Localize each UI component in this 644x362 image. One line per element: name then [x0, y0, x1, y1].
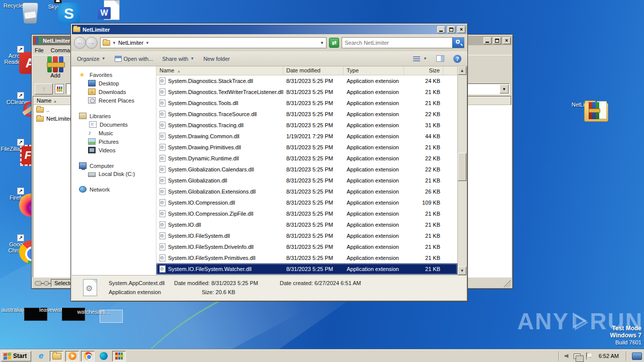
explorer-titlebar[interactable]: NetLimiter ×	[72, 25, 466, 34]
address-breadcrumb[interactable]: NetLimiter	[118, 40, 143, 46]
file-row[interactable]: System.IO.FileSystem.Watcher.dll8/31/202…	[156, 263, 457, 275]
sidebar-item-label: Pictures	[99, 139, 119, 145]
file-name: System.IO.Compression.ZipFile.dll	[168, 211, 253, 217]
file-row[interactable]: System.Diagnostics.Tracing.dll8/31/2023 …	[156, 120, 457, 131]
sidebar-item-favorites[interactable]: ★Favorites	[72, 70, 156, 79]
sort-ascending-icon: ▲	[177, 69, 181, 73]
show-desktop-button[interactable]	[632, 352, 642, 360]
search-box[interactable]	[342, 37, 464, 48]
taskbar-explorer-button[interactable]	[50, 351, 63, 361]
resize-grip[interactable]	[504, 280, 511, 287]
scroll-up-icon[interactable]: ▲	[458, 66, 466, 75]
winrar-minimize-button[interactable]	[484, 37, 492, 44]
back-button[interactable]: ←	[74, 37, 86, 49]
search-button[interactable]	[452, 38, 464, 48]
file-name: System.Drawing.Primitives.dll	[168, 144, 241, 150]
sidebar-item-music[interactable]: ♪Music	[72, 129, 156, 137]
folder-icon	[36, 116, 44, 122]
file-type: Application extension	[344, 189, 404, 195]
sidebar-item-documents[interactable]: Documents	[72, 120, 156, 129]
column-header-name[interactable]: Name ▲	[156, 66, 283, 75]
desktop-icon-image3[interactable]: watchesarti...	[75, 308, 112, 315]
file-row[interactable]: System.IO.FileSystem.Primitives.dll8/31/…	[156, 252, 457, 263]
start-button[interactable]: Start	[1, 351, 31, 361]
taskbar-media-player-button[interactable]	[65, 351, 79, 361]
file-row[interactable]: System.Diagnostics.TextWriterTraceListen…	[156, 86, 457, 98]
winrar-close-button[interactable]: ×	[503, 37, 511, 44]
taskbar-ie-button[interactable]: e	[34, 351, 48, 361]
file-row[interactable]: System.IO.FileSystem.dll8/31/2023 5:25 P…	[156, 230, 457, 241]
file-row[interactable]: System.Drawing.Primitives.dll8/31/2023 5…	[156, 142, 457, 153]
organize-button[interactable]: Organize ▼	[77, 56, 106, 62]
file-row[interactable]: System.Diagnostics.StackTrace.dll8/31/20…	[156, 75, 457, 86]
file-row[interactable]: System.Dynamic.Runtime.dll8/31/2023 5:25…	[156, 153, 457, 164]
winrar-add-button[interactable]: Add	[44, 56, 67, 81]
menu-file[interactable]: File	[35, 47, 44, 54]
open-with-button[interactable]: Open with...	[115, 56, 153, 62]
share-with-button[interactable]: Share with ▼	[162, 56, 194, 62]
refresh-button[interactable]: ⇄	[329, 38, 339, 48]
sidebar-item-computer[interactable]: Computer	[72, 161, 156, 170]
change-view-button[interactable]: ▼	[412, 55, 427, 62]
desktop-icon-skype[interactable]: S Skype	[38, 3, 74, 10]
winrar-up-button[interactable]: ↑	[35, 83, 53, 95]
address-history-dropdown-icon[interactable]: ▼	[320, 41, 324, 45]
combo-dropdown-icon[interactable]: ▼	[500, 84, 509, 94]
search-input[interactable]	[342, 40, 452, 46]
sidebar-item-recent-places[interactable]: Recent Places	[72, 96, 156, 105]
explorer-window: NetLimiter × ← → ▼ NetLimiter ▼ ▼ ⇄	[70, 23, 468, 302]
explorer-minimize-button[interactable]	[437, 26, 445, 33]
sidebar-item-local-disk-c-[interactable]: Local Disk (C:)	[72, 170, 156, 178]
action-center-flag-icon[interactable]	[586, 352, 592, 359]
preview-pane-icon[interactable]	[436, 55, 444, 62]
file-row[interactable]: System.Globalization.Calendars.dll8/31/2…	[156, 164, 457, 175]
sidebar-item-network[interactable]: Network	[72, 185, 156, 194]
file-name: System.IO.FileSystem.DriveInfo.dll	[168, 244, 254, 250]
column-header-type[interactable]: Type	[344, 66, 404, 75]
sidebar-item-videos[interactable]: Videos	[72, 146, 156, 154]
file-row[interactable]: System.Diagnostics.TraceSource.dll8/31/2…	[156, 109, 457, 120]
scrollbar-thumb[interactable]	[458, 153, 466, 181]
file-size: 21 KB	[404, 177, 443, 184]
help-icon[interactable]: ?	[453, 55, 461, 63]
vertical-scrollbar[interactable]: ▲ ▼	[457, 66, 466, 275]
taskbar-chrome-button[interactable]	[81, 351, 95, 361]
address-bar[interactable]: ▼ NetLimiter ▼ ▼	[100, 37, 327, 48]
sidebar-item-pictures[interactable]: Pictures	[72, 137, 156, 146]
file-row[interactable]: System.Drawing.Common.dll1/19/2021 7:29 …	[156, 131, 457, 142]
computer-icon	[79, 162, 87, 169]
file-date-modified: 8/31/2023 5:25 PM	[283, 233, 344, 239]
desktop-icon-image2[interactable]: leavewish.jpg	[38, 306, 74, 313]
winrar-maximize-button[interactable]	[493, 37, 501, 44]
forward-button[interactable]: →	[86, 37, 98, 49]
file-row[interactable]: System.IO.Compression.ZipFile.dll8/31/20…	[156, 208, 457, 219]
file-row[interactable]: System.IO.FileSystem.DriveInfo.dll8/31/2…	[156, 241, 457, 252]
taskbar-winrar-button[interactable]	[112, 351, 126, 361]
file-row[interactable]: System.Diagnostics.Tools.dll8/31/2023 5:…	[156, 98, 457, 109]
file-row[interactable]: System.Globalization.dll8/31/2023 5:25 P…	[156, 175, 457, 186]
dll-file-icon	[159, 88, 166, 96]
column-header-date-modified[interactable]: Date modified	[283, 66, 344, 75]
volume-icon[interactable]	[565, 354, 569, 358]
clock[interactable]: 6:52 AM	[597, 353, 621, 359]
dll-file-icon	[159, 122, 166, 129]
taskbar-edge-button[interactable]	[97, 351, 110, 361]
scroll-down-icon[interactable]: ▼	[458, 266, 466, 275]
new-folder-button[interactable]: New folder	[203, 56, 230, 62]
sidebar-item-downloads[interactable]: Downloads	[72, 87, 156, 96]
desktop-icon-image1[interactable]: australiajew...	[0, 306, 36, 313]
file-row[interactable]: System.IO.dll8/31/2023 5:25 PMApplicatio…	[156, 219, 457, 230]
sidebar-item-desktop[interactable]: Desktop	[72, 79, 156, 87]
explorer-close-button[interactable]: ×	[457, 26, 465, 33]
column-header-size[interactable]: Size	[404, 66, 443, 75]
chevron-down-icon[interactable]: ▼	[112, 41, 116, 45]
network-icon[interactable]	[574, 353, 581, 359]
explorer-maximize-button[interactable]	[447, 26, 455, 33]
sidebar-item-libraries[interactable]: Libraries	[72, 112, 156, 120]
chevron-down-icon[interactable]: ▼	[145, 41, 149, 45]
file-row[interactable]: System.IO.Compression.dll8/31/2023 5:25 …	[156, 197, 457, 208]
desktop-icon-recycle-bin[interactable]: Recycle Bin	[0, 2, 36, 9]
file-name: System.Diagnostics.StackTrace.dll	[168, 78, 253, 84]
file-row[interactable]: System.Globalization.Extensions.dll8/31/…	[156, 186, 457, 197]
desktop-icon-netlimiter-folder[interactable]: NetLimiter	[566, 101, 602, 108]
